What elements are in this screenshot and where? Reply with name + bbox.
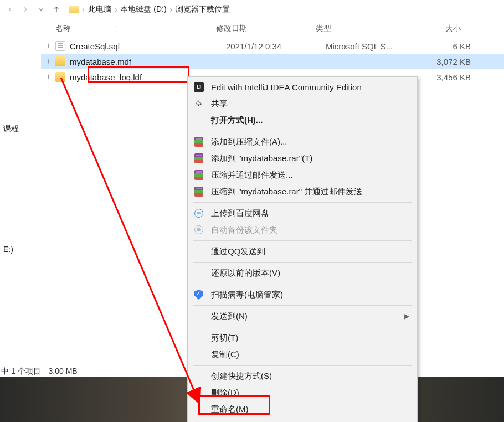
separator <box>193 365 412 366</box>
nav-dropdown-button[interactable] <box>34 3 48 16</box>
sidebar-item[interactable]: E:) <box>0 239 41 259</box>
menu-send-to[interactable]: 发送到(N)▶ <box>188 308 417 325</box>
file-row[interactable]: mydatabase.mdf3,072 KB <box>41 54 504 69</box>
context-menu: IJEdit with IntelliJ IDEA Community Edit… <box>187 76 418 422</box>
menu-rar-add-name[interactable]: 添加到 "mydatabase.rar"(T) <box>188 150 417 167</box>
toolbar: › 此电脑› 本地磁盘 (D:)› 浏览器下载位置 <box>0 0 504 19</box>
separator <box>193 202 412 203</box>
menu-rar-email-name[interactable]: 压缩到 "mydatabase.rar" 并通过邮件发送 <box>188 183 417 200</box>
menu-delete[interactable]: 删除(D) <box>188 384 417 401</box>
share-icon <box>193 98 204 109</box>
sort-asc-icon: ˆ <box>115 26 117 32</box>
menu-rar-email[interactable]: 压缩并通过邮件发送... <box>188 167 417 183</box>
nav-forward-button[interactable] <box>19 3 32 16</box>
menu-copy[interactable]: 复制(C) <box>188 346 417 363</box>
file-name: CreateSql.sql <box>70 42 226 51</box>
pin-icon <box>41 43 55 49</box>
menu-edit-intellij[interactable]: IJEdit with IntelliJ IDEA Community Edit… <box>188 79 417 95</box>
pin-icon <box>41 74 55 80</box>
separator <box>193 262 412 263</box>
file-type: Microsoft SQL S... <box>326 42 424 51</box>
menu-rar-add[interactable]: 添加到压缩文件(A)... <box>188 133 417 150</box>
column-headers: 名称ˆ 修改日期 类型 大小 <box>41 19 504 38</box>
breadcrumb-item[interactable]: 本地磁盘 (D:)› <box>120 4 172 14</box>
breadcrumb-item[interactable]: 浏览器下载位置 <box>176 4 230 14</box>
menu-rename[interactable]: 重命名(M) <box>188 401 417 418</box>
shield-icon <box>193 289 204 300</box>
chevron-right-icon: ▶ <box>404 312 409 320</box>
menu-restore[interactable]: 还原以前的版本(V) <box>188 265 417 281</box>
separator <box>193 327 412 327</box>
chevron-right-icon: › <box>82 5 85 14</box>
separator <box>193 131 412 131</box>
nav-back-button[interactable] <box>3 3 17 16</box>
separator <box>193 240 412 241</box>
folder-icon <box>69 6 79 13</box>
file-icon <box>55 41 65 51</box>
menu-baidu-backup: 自动备份该文件夹 <box>188 222 417 238</box>
separator <box>193 284 412 284</box>
column-size[interactable]: 大小 <box>414 24 465 34</box>
winrar-icon <box>193 169 204 181</box>
baidu-cloud-icon <box>193 208 204 219</box>
sidebar-item[interactable]: 课程 <box>0 119 41 140</box>
winrar-icon <box>193 136 204 147</box>
column-type[interactable]: 类型 <box>316 24 414 34</box>
separator <box>193 420 412 420</box>
menu-shortcut[interactable]: 创建快捷方式(S) <box>188 368 417 384</box>
breadcrumb-item[interactable]: 此电脑› <box>88 4 117 14</box>
file-name: mydatabase.mdf <box>70 57 226 66</box>
file-date: 2021/1/12 0:34 <box>226 42 326 51</box>
separator <box>193 305 412 306</box>
winrar-icon <box>193 186 204 197</box>
menu-baidu-upload[interactable]: 上传到百度网盘 <box>188 205 417 222</box>
file-size: 3,456 KB <box>424 73 475 82</box>
intellij-icon: IJ <box>193 81 204 92</box>
menu-scan-virus[interactable]: 扫描病毒(电脑管家) <box>188 286 417 303</box>
sidebar-fragment: 课程 E:) <box>0 119 41 259</box>
file-row[interactable]: CreateSql.sql2021/1/12 0:34Microsoft SQL… <box>41 38 504 54</box>
menu-open-with[interactable]: 打开方式(H)... <box>188 112 417 128</box>
pin-icon <box>41 58 55 65</box>
menu-share[interactable]: 共享 <box>188 95 417 112</box>
baidu-cloud-icon <box>193 224 204 235</box>
breadcrumb: › 此电脑› 本地磁盘 (D:)› 浏览器下载位置 <box>69 4 230 14</box>
file-icon <box>55 56 65 66</box>
file-size: 6 KB <box>424 42 475 51</box>
menu-qq-send[interactable]: 通过QQ发送到 <box>188 243 417 260</box>
column-name[interactable]: 名称ˆ <box>55 24 216 34</box>
column-date[interactable]: 修改日期 <box>216 24 316 34</box>
file-size: 3,072 KB <box>424 57 475 66</box>
winrar-icon <box>193 153 204 164</box>
file-icon <box>55 72 65 82</box>
menu-cut[interactable]: 剪切(T) <box>188 330 417 346</box>
nav-up-button[interactable] <box>50 3 63 16</box>
